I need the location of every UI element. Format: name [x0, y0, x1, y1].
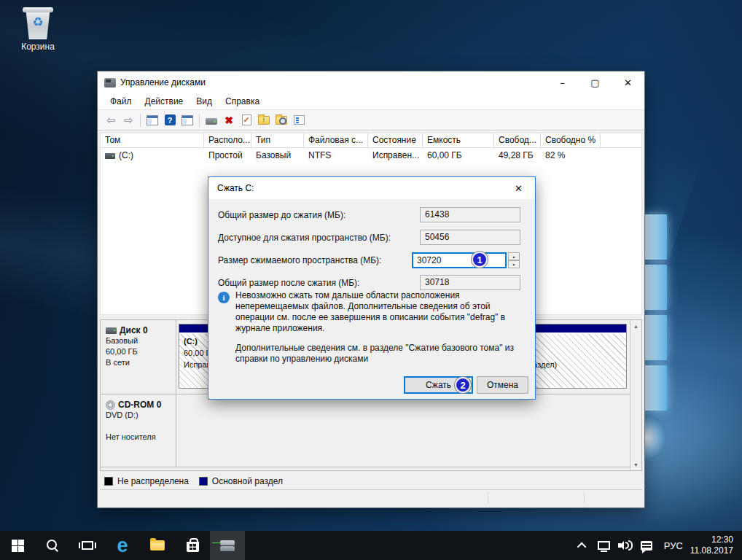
shrink-dialog: Сжать C: ✕ Общий размер до сжатия (МБ): … — [208, 176, 536, 400]
cell-free: 49,28 ГБ — [494, 150, 541, 160]
annotation-badge-2: 2 — [455, 377, 471, 393]
cdrom-info-panel[interactable]: CD-ROM 0 DVD (D:) Нет носителя — [101, 394, 176, 467]
primary-partition-swatch — [199, 477, 208, 486]
clock-date: 11.08.2017 — [690, 545, 733, 556]
total-after-field: 30718 — [420, 275, 520, 290]
folder-search-button[interactable] — [273, 112, 290, 129]
check-document-icon — [242, 114, 251, 125]
menu-view[interactable]: Вид — [190, 94, 219, 109]
menu-action[interactable]: Действие — [138, 94, 190, 109]
toolbar-separator — [140, 114, 141, 127]
store-icon — [187, 542, 199, 552]
dialog-titlebar[interactable]: Сжать C: ✕ — [208, 177, 535, 199]
toolbar-separator — [199, 114, 200, 127]
cdrom-row: CD-ROM 0 DVD (D:) Нет носителя — [101, 394, 630, 467]
info-text: Невозможно сжать том дальше области расп… — [235, 290, 518, 334]
available-shrink-label: Доступное для сжатия пространство (МБ): — [218, 233, 391, 243]
task-view-icon — [82, 541, 93, 550]
status-divider — [584, 492, 585, 503]
volume-row-c[interactable]: (C:) Простой Базовый NTFS Исправен... 60… — [101, 148, 641, 163]
app-icon — [104, 78, 116, 88]
search-icon — [46, 539, 59, 552]
back-button[interactable]: ⇦ — [102, 112, 120, 129]
spin-up-icon[interactable]: ▲ — [508, 252, 520, 260]
info-icon: i — [218, 292, 230, 303]
note-text: Дополнительные сведения см. в разделе "С… — [235, 343, 518, 365]
dialog-close-button[interactable]: ✕ — [502, 178, 535, 199]
clock-time: 12:30 — [690, 534, 733, 545]
notifications-button[interactable] — [636, 531, 657, 560]
windows-logo-icon — [12, 540, 24, 552]
column-blank — [601, 133, 641, 147]
disk0-size: 60,00 ГБ — [106, 346, 176, 357]
delete-icon: ✖ — [224, 114, 233, 126]
cancel-button[interactable]: Отмена — [477, 376, 528, 394]
edge-taskbar-button[interactable]: e — [105, 531, 140, 560]
console-tree-icon — [181, 115, 193, 125]
disk-management-taskbar-button[interactable] — [210, 531, 245, 560]
task-view-button[interactable] — [70, 531, 105, 560]
shrink-amount-label: Размер сжимаемого пространства (МБ): — [218, 255, 381, 265]
window-titlebar[interactable]: Управление дисками – ▢ ✕ — [98, 71, 644, 93]
scroll-down-icon[interactable]: ▼ — [630, 459, 641, 470]
network-tray-button[interactable] — [594, 531, 614, 560]
column-filesystem[interactable]: Файловая с... — [304, 133, 368, 147]
legend-unallocated: Не распределена — [104, 476, 189, 486]
file-explorer-icon — [150, 540, 165, 551]
taskbar-search-button[interactable] — [35, 531, 70, 560]
close-button[interactable]: ✕ — [612, 71, 644, 93]
cell-free-percent: 82 % — [541, 150, 601, 160]
start-button[interactable] — [0, 531, 35, 560]
maximize-button[interactable]: ▢ — [579, 71, 612, 93]
network-icon — [598, 541, 610, 550]
column-volume[interactable]: Том — [101, 133, 204, 147]
edge-icon: e — [117, 536, 128, 556]
language-indicator[interactable]: РУС — [657, 540, 690, 551]
help-button[interactable]: ? — [161, 112, 179, 129]
column-free-percent[interactable]: Свободно % — [541, 133, 601, 147]
disk0-info-panel[interactable]: Диск 0 Базовый 60,00 ГБ В сети — [101, 320, 176, 394]
cell-capacity: 60,00 ГБ — [423, 150, 494, 160]
spin-down-icon[interactable]: ▼ — [508, 260, 520, 268]
legend-bar: Не распределена Основной раздел — [100, 473, 642, 489]
console-window-button[interactable] — [144, 112, 161, 129]
rescan-disks-button[interactable] — [203, 112, 220, 129]
column-type[interactable]: Тип — [251, 133, 304, 147]
disk-icon — [106, 327, 117, 334]
properties-button[interactable] — [290, 112, 308, 129]
shrink-amount-input[interactable] — [412, 252, 507, 268]
column-capacity[interactable]: Емкость — [423, 133, 494, 147]
column-layout[interactable]: Располо... — [204, 133, 251, 147]
recycle-bin-shortcut[interactable]: ♻ Корзина — [9, 6, 67, 52]
minimize-button[interactable]: – — [546, 71, 579, 93]
tray-overflow-button[interactable] — [572, 531, 594, 560]
total-after-label: Общий размер после сжатия (МБ): — [218, 278, 359, 288]
disk-icon — [206, 118, 217, 125]
menu-file[interactable]: Файл — [104, 94, 138, 109]
toolbar: ⇦ ⇨ ? ✖ — [98, 110, 644, 131]
store-taskbar-button[interactable] — [175, 531, 210, 560]
cell-status: Исправен... — [368, 150, 423, 160]
forward-icon: ⇨ — [124, 114, 133, 127]
dialog-title: Сжать C: — [208, 183, 502, 193]
file-explorer-taskbar-button[interactable] — [140, 531, 175, 560]
show-console-tree-button[interactable] — [179, 112, 196, 129]
taskbar: e РУС 12:30 11.08.2017 — [0, 531, 742, 560]
help-icon: ? — [165, 114, 176, 125]
column-status[interactable]: Состояние — [368, 133, 423, 147]
check-volume-button[interactable] — [238, 112, 255, 129]
delete-button[interactable]: ✖ — [220, 112, 238, 129]
disk0-name: Диск 0 — [120, 325, 148, 335]
menu-help[interactable]: Справка — [219, 94, 266, 109]
speaker-icon — [618, 540, 633, 551]
folder-up-icon — [258, 116, 270, 125]
clock[interactable]: 12:30 11.08.2017 — [690, 534, 742, 556]
forward-button[interactable]: ⇨ — [120, 112, 137, 129]
cell-volume: (C:) — [101, 150, 204, 160]
scroll-up-icon[interactable]: ▲ — [630, 320, 641, 332]
column-free[interactable]: Свобод... — [494, 133, 541, 147]
graph-scrollbar[interactable]: ▲ ▼ — [630, 320, 641, 470]
chevron-up-icon — [577, 542, 587, 551]
folder-up-button[interactable] — [255, 112, 273, 129]
volume-tray-button[interactable] — [614, 531, 636, 560]
